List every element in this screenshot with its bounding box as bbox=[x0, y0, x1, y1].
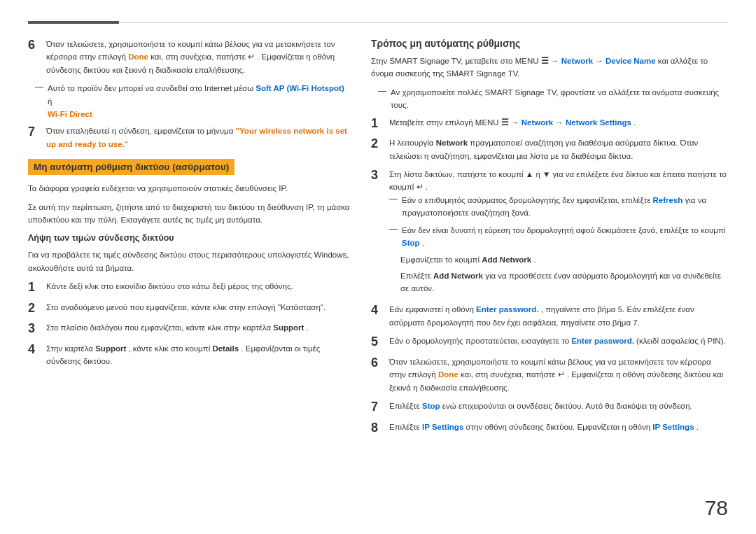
right-step-6-content: Όταν τελειώσετε, χρησιμοποιήστε το κουμπ… bbox=[389, 356, 728, 394]
right-step-3-note-b: — Εάν δεν είναι δυνατή η εύρεση του δρομ… bbox=[389, 224, 728, 250]
note-1-text: Αυτό το προϊόν δεν μπορεί να συνδεθεί στ… bbox=[48, 82, 350, 120]
right-intro: Στην SMART Signage TV, μεταβείτε στο MEN… bbox=[371, 55, 728, 80]
page-container: 6 Όταν τελειώσετε, χρησιμοποιήστε το κου… bbox=[0, 0, 756, 534]
right-step-7: 7 Επιλέξτε Stop ενώ επιχειρούνται οι συν… bbox=[371, 400, 728, 415]
right-step-3-note-d: Επιλέξτε Add Network για να προσθέσετε έ… bbox=[389, 269, 728, 295]
right-step-1: 1 Μεταβείτε στην επιλογή MENU ☰ → Networ… bbox=[371, 116, 728, 132]
left-step-4: 4 Στην καρτέλα Support , κάντε κλικ στο … bbox=[28, 342, 350, 368]
page-number: 78 bbox=[705, 496, 728, 520]
right-step-2: 2 Η λειτουργία Network πραγματοποιεί ανα… bbox=[371, 136, 728, 162]
step-7-text: Όταν επαληθευτεί η σύνδεση, εμφανίζεται … bbox=[46, 125, 350, 150]
step-6-number: 6 bbox=[28, 38, 41, 53]
columns: 6 Όταν τελειώσετε, χρησιμοποιήστε το κου… bbox=[28, 38, 728, 513]
right-note-text: Αν χρησιμοποιείτε πολλές SMART Signage T… bbox=[391, 86, 728, 112]
right-step-1-text: Μεταβείτε στην επιλογή MENU ☰ → Network … bbox=[389, 116, 728, 129]
right-step-4: 4 Εάν εμφανιστεί η οθόνη Enter password.… bbox=[371, 303, 728, 329]
step-7-item: 7 Όταν επαληθευτεί η σύνδεση, εμφανίζετα… bbox=[28, 125, 350, 150]
right-step-8: 8 Επιλέξτε IP Settings στην οθόνη σύνδεσ… bbox=[371, 421, 728, 436]
right-step-8-content: Επιλέξτε IP Settings στην οθόνη σύνδεσης… bbox=[389, 421, 728, 433]
subsection-title: Λήψη των τιμών σύνδεσης δικτύου bbox=[28, 233, 350, 243]
right-step-6: 6 Όταν τελειώσετε, χρησιμοποιήστε το κου… bbox=[371, 356, 728, 394]
right-step-4-num: 4 bbox=[371, 303, 384, 318]
right-note: — Αν χρησιμοποιείτε πολλές SMART Signage… bbox=[371, 86, 728, 112]
right-step-3: 3 Στη λίστα δικτύων, πατήστε το κουμπί ▲… bbox=[371, 168, 728, 298]
right-step-7-text: Επιλέξτε Stop ενώ επιχειρούνται οι συνδέ… bbox=[389, 400, 728, 412]
right-step-3-note-a: — Εάν ο επιθυμητός ασύρματος δρομολογητή… bbox=[389, 194, 728, 220]
right-step-6-num: 6 bbox=[371, 356, 384, 371]
left-step-3-content: Στο πλαίσιο διαλόγου που εμφανίζεται, κά… bbox=[46, 321, 350, 334]
step-6-content: Όταν τελειώσετε, χρησιμοποιήστε το κουμπ… bbox=[46, 38, 350, 76]
section-body-2: Σε αυτή την περίπτωση, ζητήστε από το δι… bbox=[28, 201, 350, 227]
right-step-4-text: Εάν εμφανιστεί η οθόνη Enter password. ,… bbox=[389, 303, 728, 329]
right-step-5-num: 5 bbox=[371, 335, 384, 350]
right-step-3-text: Στη λίστα δικτύων, πατήστε το κουμπί ▲ ή… bbox=[389, 168, 728, 194]
step-6-item: 6 Όταν τελειώσετε, χρησιμοποιήστε το κου… bbox=[28, 38, 350, 76]
left-step-1-content: Κάντε δεξί κλικ στο εικονίδιο δικτύου στ… bbox=[46, 280, 350, 293]
right-step-3-num: 3 bbox=[371, 168, 384, 183]
top-lines bbox=[28, 21, 728, 24]
right-step-3-note-c: Εμφανίζεται το κουμπί Add Network . bbox=[389, 253, 728, 266]
right-step-5: 5 Εάν ο δρομολογητής προστατεύεται, εισα… bbox=[371, 335, 728, 350]
left-step-2-content: Στο αναδυόμενο μενού που εμφανίζεται, κά… bbox=[46, 301, 350, 314]
top-line-dark bbox=[28, 21, 119, 24]
step-7-content: Όταν επαληθευτεί η σύνδεση, εμφανίζεται … bbox=[46, 125, 350, 150]
right-step-5-text: Εάν ο δρομολογητής προστατεύεται, εισαγά… bbox=[389, 335, 728, 347]
left-step-2-num: 2 bbox=[28, 301, 41, 316]
left-step-4-num: 4 bbox=[28, 342, 41, 358]
left-column: 6 Όταν τελειώσετε, χρησιμοποιήστε το κου… bbox=[28, 38, 350, 513]
right-step-8-text: Επιλέξτε IP Settings στην οθόνη σύνδεσης… bbox=[389, 421, 728, 433]
right-heading: Τρόπος μη αυτόματης ρύθμισης bbox=[371, 38, 728, 49]
right-step-2-content: Η λειτουργία Network πραγματοποιεί αναζή… bbox=[389, 136, 728, 162]
step-6-text: Όταν τελειώσετε, χρησιμοποιήστε το κουμπ… bbox=[46, 38, 350, 76]
right-step-6-text: Όταν τελειώσετε, χρησιμοποιήστε το κουμπ… bbox=[389, 356, 728, 394]
left-step-4-content: Στην καρτέλα Support , κάντε κλικ στο κο… bbox=[46, 342, 350, 368]
right-step-3-content: Στη λίστα δικτύων, πατήστε το κουμπί ▲ ή… bbox=[389, 168, 728, 298]
left-step-3-text: Στο πλαίσιο διαλόγου που εμφανίζεται, κά… bbox=[46, 321, 350, 334]
right-column: Τρόπος μη αυτόματης ρύθμισης Στην SMART … bbox=[371, 38, 728, 513]
right-step-7-content: Επιλέξτε Stop ενώ επιχειρούνται οι συνδέ… bbox=[389, 400, 728, 412]
right-step-5-content: Εάν ο δρομολογητής προστατεύεται, εισαγά… bbox=[389, 335, 728, 347]
right-note-dash: — bbox=[378, 86, 386, 112]
section-body-1: Τα διάφορα γραφεία ενδέχεται να χρησιμοπ… bbox=[28, 182, 350, 195]
note-1-dash: — bbox=[35, 82, 43, 120]
step-7-number: 7 bbox=[28, 125, 41, 140]
right-step-2-num: 2 bbox=[371, 136, 384, 152]
left-step-1: 1 Κάντε δεξί κλικ στο εικονίδιο δικτύου … bbox=[28, 280, 350, 295]
section-heading-highlight: Μη αυτόματη ρύθμιση δικτύου (ασύρματου) bbox=[28, 159, 350, 175]
subsection-intro: Για να προβάλετε τις τιμές σύνδεσης δικτ… bbox=[28, 248, 350, 274]
left-step-3-num: 3 bbox=[28, 321, 41, 337]
right-step-2-text: Η λειτουργία Network πραγματοποιεί αναζή… bbox=[389, 136, 728, 162]
top-line-light bbox=[119, 22, 728, 23]
left-step-4-text: Στην καρτέλα Support , κάντε κλικ στο κο… bbox=[46, 342, 350, 368]
left-step-3: 3 Στο πλαίσιο διαλόγου που εμφανίζεται, … bbox=[28, 321, 350, 337]
right-step-7-num: 7 bbox=[371, 400, 384, 415]
right-step-8-num: 8 bbox=[371, 421, 384, 436]
right-step-4-content: Εάν εμφανιστεί η οθόνη Enter password. ,… bbox=[389, 303, 728, 329]
right-step-1-content: Μεταβείτε στην επιλογή MENU ☰ → Network … bbox=[389, 116, 728, 129]
left-step-1-num: 1 bbox=[28, 280, 41, 295]
left-step-2: 2 Στο αναδυόμενο μενού που εμφανίζεται, … bbox=[28, 301, 350, 316]
note-1: — Αυτό το προϊόν δεν μπορεί να συνδεθεί … bbox=[28, 82, 350, 120]
right-step-1-num: 1 bbox=[371, 116, 384, 132]
